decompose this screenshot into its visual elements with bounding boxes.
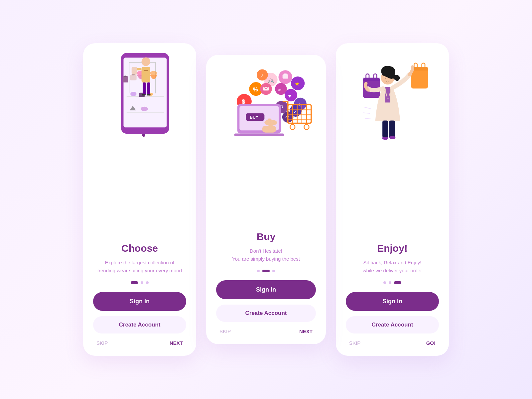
dot-2 [389, 281, 391, 284]
svg-point-13 [142, 134, 145, 137]
svg-point-98 [385, 78, 386, 79]
svg-rect-67 [234, 134, 284, 136]
svg-rect-24 [132, 74, 135, 75]
svg-rect-20 [147, 94, 150, 96]
choose-description: Explore the largest collection of trendi… [93, 259, 186, 275]
svg-text:$: $ [242, 98, 245, 105]
illustration-choose [93, 43, 186, 150]
svg-rect-34 [123, 76, 128, 82]
buy-next[interactable]: NEXT [299, 329, 313, 334]
svg-point-12 [141, 107, 148, 111]
buy-description: Don't Hesitate! You are simply buying th… [229, 247, 303, 263]
svg-line-102 [365, 118, 371, 119]
enjoy-go[interactable]: GO! [426, 340, 436, 346]
svg-point-81 [304, 124, 309, 129]
cards-container: Choose Explore the largest collection of… [83, 43, 449, 356]
svg-rect-44 [284, 73, 287, 75]
svg-rect-35 [124, 75, 126, 77]
svg-rect-22 [132, 67, 137, 74]
choose-dots [131, 281, 149, 284]
enjoy-footer: SKIP GO! [346, 340, 439, 346]
enjoy-signin-button[interactable]: Sign In [346, 292, 439, 311]
choose-create-button[interactable]: Create Account [93, 316, 186, 333]
dot-1-active [131, 281, 138, 284]
card-enjoy: Enjoy! Sit back, Relax and Enjoy! while … [336, 43, 449, 356]
buy-footer: SKIP NEXT [216, 329, 316, 334]
enjoy-create-button[interactable]: Create Account [346, 316, 439, 333]
svg-text:🚲: 🚲 [268, 77, 274, 83]
card-buy: $ % 🚲 ★ ↗ ∞ [206, 55, 326, 344]
buy-create-button[interactable]: Create Account [216, 305, 316, 322]
svg-rect-19 [142, 94, 146, 96]
buy-dots [257, 270, 275, 272]
illustration-buy: $ % 🚲 ★ ↗ ∞ [216, 55, 316, 148]
choose-next[interactable]: NEXT [170, 340, 183, 346]
svg-rect-23 [130, 75, 137, 80]
buy-signin-button[interactable]: Sign In [216, 280, 316, 299]
svg-rect-16 [144, 70, 148, 71]
svg-point-8 [130, 92, 137, 96]
svg-point-99 [389, 78, 391, 79]
svg-rect-70 [270, 120, 273, 126]
svg-point-14 [142, 57, 150, 66]
svg-rect-91 [382, 120, 388, 137]
dot-3 [272, 270, 275, 272]
svg-text:♥: ♥ [288, 93, 291, 99]
dot-3-active [394, 281, 401, 284]
svg-rect-71 [262, 126, 276, 133]
svg-rect-92 [389, 120, 395, 137]
choose-signin-button[interactable]: Sign In [93, 292, 186, 311]
svg-point-80 [290, 124, 295, 129]
svg-rect-2 [129, 62, 129, 93]
svg-text:∞: ∞ [278, 87, 282, 92]
svg-rect-85 [363, 78, 380, 81]
svg-text:%: % [253, 86, 258, 93]
enjoy-title: Enjoy! [377, 243, 408, 254]
svg-line-100 [364, 107, 371, 109]
choose-footer: SKIP NEXT [93, 340, 186, 346]
dot-1 [257, 270, 260, 272]
svg-rect-96 [393, 136, 395, 139]
dot-2 [141, 281, 143, 284]
choose-skip[interactable]: SKIP [96, 340, 108, 346]
svg-rect-94 [386, 137, 387, 140]
svg-text:↗: ↗ [260, 73, 264, 78]
enjoy-skip[interactable]: SKIP [349, 340, 360, 346]
dot-1 [383, 281, 386, 284]
dot-2-active [262, 270, 270, 272]
card-choose: Choose Explore the largest collection of… [83, 43, 196, 356]
svg-text:BUY: BUY [250, 115, 258, 120]
enjoy-description: Sit back, Relax and Enjoy! while we deli… [359, 259, 425, 275]
svg-rect-15 [142, 67, 150, 82]
dot-3 [146, 281, 149, 284]
svg-rect-7 [127, 96, 164, 97]
enjoy-dots [383, 281, 401, 284]
svg-rect-17 [143, 82, 146, 95]
choose-title: Choose [121, 243, 158, 254]
svg-point-6 [150, 71, 157, 75]
svg-text:★: ★ [295, 81, 300, 87]
buy-skip[interactable]: SKIP [219, 329, 231, 334]
svg-rect-18 [147, 82, 150, 95]
illustration-enjoy [346, 43, 439, 146]
svg-rect-11 [127, 112, 164, 113]
svg-line-101 [363, 113, 370, 113]
svg-rect-43 [283, 74, 288, 78]
buy-title: Buy [257, 231, 276, 242]
